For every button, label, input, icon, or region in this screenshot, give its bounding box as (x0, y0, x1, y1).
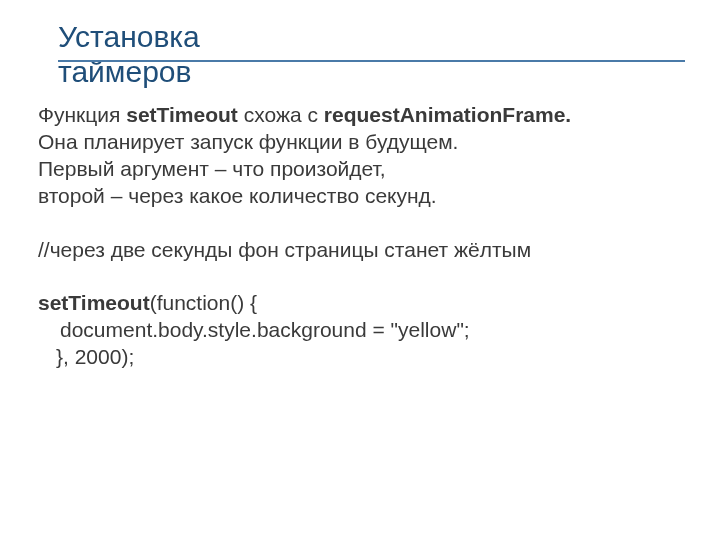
text: Функция (38, 103, 126, 126)
code-term: requestAnimationFrame. (324, 103, 571, 126)
code-comment: //через две секунды фон страницы станет … (38, 237, 680, 264)
paragraph-3: Первый аргумент – что произойдет, (38, 156, 680, 183)
slide-title: Установка таймеров (58, 20, 680, 89)
title-underline (58, 60, 685, 62)
slide-body: Функция setTimeout схожа с requestAnimat… (38, 102, 680, 371)
title-line-1: Установка (58, 20, 200, 53)
code-line-1: setTimeout(function() { (38, 290, 680, 317)
text: (function() { (150, 291, 257, 314)
paragraph-4: второй – через какое количество секунд. (38, 183, 680, 210)
text: схожа с (238, 103, 324, 126)
paragraph-1: Функция setTimeout схожа с requestAnimat… (38, 102, 680, 129)
paragraph-2: Она планирует запуск функции в будущем. (38, 129, 680, 156)
code-line-3: }, 2000); (38, 344, 680, 371)
code-term: setTimeout (126, 103, 238, 126)
slide: Установка таймеров Функция setTimeout сх… (0, 0, 720, 540)
code-term: setTimeout (38, 291, 150, 314)
code-line-2: document.body.style.background = "yellow… (38, 317, 680, 344)
